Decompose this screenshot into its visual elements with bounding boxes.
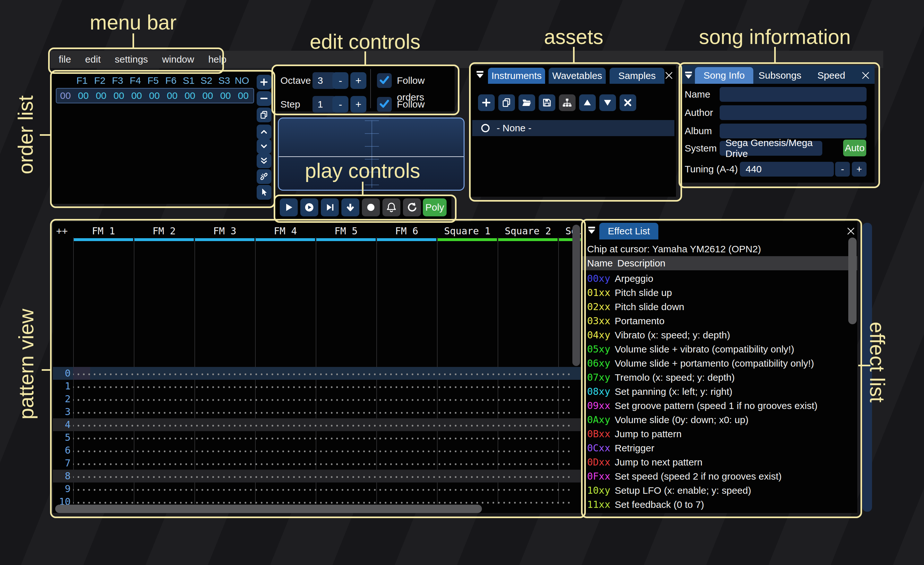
pattern-row[interactable]: 2: [53, 392, 581, 406]
empty-pattern-cells[interactable]: [73, 470, 571, 482]
duplicate-button[interactable]: [498, 95, 515, 111]
tab-song-info[interactable]: Song Info: [695, 67, 753, 84]
channel-header-square-2[interactable]: Square 2: [498, 225, 558, 237]
open-button[interactable]: [519, 95, 535, 111]
effect-row-00xy[interactable]: 00xyArpeggio: [583, 272, 857, 286]
effect-row-08xy[interactable]: 08xySet panning (x: left; y: right): [583, 385, 857, 399]
effect-row-11xx[interactable]: 11xxSet feedback (0 to 7): [583, 497, 857, 512]
unlink-button[interactable]: [256, 169, 272, 184]
pattern-row[interactable]: 5: [53, 431, 581, 444]
pattern-row[interactable]: 8: [53, 470, 581, 482]
auto-system-button[interactable]: Auto: [843, 140, 866, 156]
effect-row-07xy[interactable]: 07xyTremolo (x: speed; y: depth): [583, 370, 857, 385]
tab-speed[interactable]: Speed: [807, 67, 855, 84]
menu-item-edit[interactable]: edit: [85, 54, 100, 65]
empty-pattern-cells[interactable]: [73, 482, 571, 495]
octave-increase-button[interactable]: +: [350, 72, 366, 89]
close-icon[interactable]: [846, 226, 856, 236]
instrument-list-item[interactable]: - None -: [472, 120, 674, 136]
poly-toggle-button[interactable]: Poly: [423, 198, 447, 216]
order-column-NO[interactable]: NO: [233, 75, 251, 86]
delete-button[interactable]: [620, 95, 636, 111]
follow-pattern-checkbox[interactable]: [377, 97, 392, 112]
pattern-row[interactable]: 9: [53, 482, 581, 495]
order-cell[interactable]: 00: [146, 90, 163, 101]
menu-item-file[interactable]: file: [59, 54, 71, 65]
empty-pattern-cells[interactable]: [73, 418, 571, 431]
step-row-button[interactable]: [341, 198, 359, 216]
step-decrease-button[interactable]: -: [332, 96, 348, 113]
move-to-bottom-button[interactable]: [256, 153, 272, 168]
follow-orders-checkbox[interactable]: [377, 73, 392, 88]
pattern-horizontal-scrollbar[interactable]: [55, 505, 482, 513]
tab-samples[interactable]: Samples: [610, 68, 664, 84]
tab-subsongs[interactable]: Subsongs: [756, 67, 804, 84]
effect-row-03xx[interactable]: 03xxPortamento: [583, 314, 857, 328]
order-cell[interactable]: 00: [92, 90, 110, 101]
channel-header-fm-1[interactable]: FM 1: [73, 225, 134, 237]
add-button[interactable]: [256, 75, 272, 90]
effect-row-01xx[interactable]: 01xxPitch slide up: [583, 286, 857, 300]
move-up-button[interactable]: [579, 95, 596, 111]
tuning-increase-button[interactable]: +: [852, 162, 867, 177]
add-button[interactable]: [478, 95, 495, 111]
order-column-S3[interactable]: S3: [215, 75, 233, 86]
author-field[interactable]: [720, 105, 867, 120]
effect-row-0Bxx[interactable]: 0BxxJump to pattern: [583, 427, 857, 441]
empty-pattern-cells[interactable]: [73, 406, 571, 418]
close-icon[interactable]: [861, 70, 871, 81]
tab-wavetables[interactable]: Wavetables: [549, 68, 606, 84]
remove-button[interactable]: [256, 91, 272, 106]
order-cell[interactable]: 00: [74, 90, 92, 101]
empty-pattern-cells[interactable]: [73, 444, 571, 457]
collapse-icon[interactable]: [474, 69, 486, 81]
order-column-S2[interactable]: S2: [198, 75, 215, 86]
effect-row-04xy[interactable]: 04xyVibrato (x: speed; y: depth): [583, 328, 857, 342]
order-cell[interactable]: 00: [110, 90, 128, 101]
play-button[interactable]: [280, 198, 298, 216]
order-cell[interactable]: 00: [234, 90, 252, 101]
menu-item-help[interactable]: help: [208, 54, 226, 65]
empty-pattern-cells[interactable]: [73, 392, 571, 406]
tab-effect-list[interactable]: Effect List: [599, 223, 658, 239]
order-column-S1[interactable]: S1: [180, 75, 197, 86]
order-column-F5[interactable]: F5: [144, 75, 162, 86]
play-pattern-button[interactable]: [321, 198, 339, 216]
tuning-field[interactable]: 440: [740, 162, 834, 177]
pattern-vertical-scrollbar[interactable]: [572, 225, 580, 366]
channel-header-fm-2[interactable]: FM 2: [134, 225, 194, 237]
metronome-button[interactable]: [382, 198, 400, 216]
order-column-F2[interactable]: F2: [91, 75, 108, 86]
order-column-F6[interactable]: F6: [162, 75, 180, 86]
effect-row-09xx[interactable]: 09xxSet groove pattern (speed 1 if no gr…: [583, 399, 857, 413]
play-from-start-button[interactable]: [300, 198, 318, 216]
empty-pattern-cells[interactable]: [73, 380, 571, 392]
step-increase-button[interactable]: +: [350, 96, 366, 113]
move-down-button[interactable]: [256, 139, 272, 154]
tab-instruments[interactable]: Instruments: [488, 68, 545, 84]
side-scrollbar[interactable]: [862, 223, 872, 512]
octave-decrease-button[interactable]: -: [332, 72, 348, 89]
pattern-expand-control[interactable]: ++: [56, 225, 68, 237]
selection-mode-button[interactable]: [256, 185, 272, 200]
menu-item-window[interactable]: window: [162, 54, 194, 65]
channel-header-fm-5[interactable]: FM 5: [316, 225, 376, 237]
empty-pattern-cells[interactable]: [73, 431, 571, 444]
pattern-row[interactable]: 3: [53, 406, 581, 418]
pattern-row[interactable]: 0: [53, 367, 581, 380]
system-select[interactable]: Sega Genesis/Mega Drive: [720, 141, 822, 156]
empty-pattern-cells[interactable]: [73, 367, 571, 380]
effect-row-10xy[interactable]: 10xySetup LFO (x: enable; y: speed): [583, 484, 857, 497]
order-cell[interactable]: 00: [199, 90, 217, 101]
menu-item-settings[interactable]: settings: [115, 54, 148, 65]
effect-row-0Dxx[interactable]: 0DxxJump to next pattern: [583, 455, 857, 469]
channel-header-fm-3[interactable]: FM 3: [194, 225, 255, 237]
effect-row-02xx[interactable]: 02xxPitch slide down: [583, 300, 857, 314]
move-up-button[interactable]: [256, 125, 272, 139]
effect-row-05xy[interactable]: 05xyVolume slide + vibrato (compatibilit…: [583, 342, 857, 356]
order-column-F1[interactable]: F1: [73, 75, 91, 86]
duplicate-button[interactable]: [256, 108, 272, 122]
stop-button[interactable]: [362, 198, 380, 216]
order-column-F4[interactable]: F4: [126, 75, 144, 86]
channel-header-fm-6[interactable]: FM 6: [376, 225, 437, 237]
